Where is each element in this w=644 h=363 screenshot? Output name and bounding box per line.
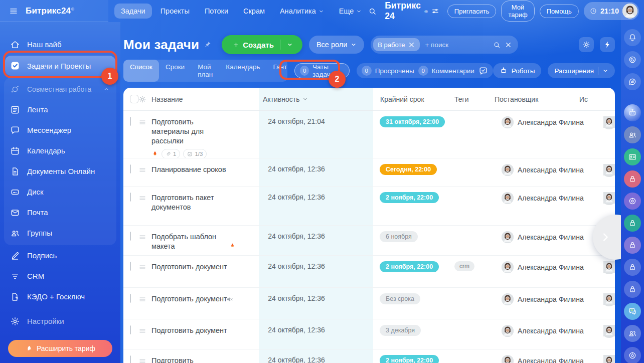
creator-name[interactable]: Александра Филина — [518, 325, 584, 335]
creator-name[interactable]: Александра Филина — [518, 164, 584, 174]
task-title[interactable]: Подготовить документ — [151, 288, 259, 319]
remove-chip-icon[interactable] — [408, 41, 415, 49]
ai-robot-avatar[interactable] — [624, 104, 641, 121]
task-row-0[interactable]: Подготовить материалы для рассылки11/324… — [123, 111, 615, 158]
row-checkbox[interactable] — [130, 262, 131, 271]
column-header-tags[interactable]: Теги — [448, 95, 488, 103]
task-title[interactable]: Подготовить — [151, 349, 259, 363]
task-row-1[interactable]: Планирование сроков24 октября, 12:36Сего… — [123, 158, 615, 186]
nav-item-0[interactable]: Задачи — [114, 4, 152, 19]
deadline-badge[interactable]: 2 ноября, 22:00 — [380, 261, 439, 272]
my-plan-button[interactable]: Мой тариф — [501, 1, 534, 22]
column-header-creator[interactable]: Постановщик — [488, 95, 575, 103]
sidebar-item-crm[interactable]: CRM — [0, 266, 120, 286]
sidebar-item-feed[interactable]: Лента — [4, 99, 116, 120]
task-title[interactable]: Планирование сроков — [151, 158, 259, 186]
deadline-badge[interactable]: 31 октября, 22:00 — [380, 116, 445, 127]
deadline-badge[interactable]: 6 ноября — [380, 231, 418, 242]
column-header-executor[interactable]: Ис — [575, 95, 615, 103]
row-checkbox[interactable] — [130, 117, 131, 126]
creator-name[interactable]: Александра Филина — [518, 261, 584, 271]
creator-name[interactable]: Александра Филина — [518, 192, 584, 202]
menu-icon[interactable] — [9, 7, 18, 16]
deadline-badge[interactable]: 2 ноября, 22:00 — [380, 355, 439, 363]
create-task-button[interactable]: Создать — [222, 35, 302, 54]
tab-мой-план[interactable]: Мой план — [191, 60, 219, 82]
creator-name[interactable]: Александра Филина — [518, 293, 584, 303]
task-title[interactable]: Подготовить документ — [151, 319, 259, 349]
counter-2[interactable]: 0Комментарии — [418, 66, 474, 76]
creator-name[interactable]: Александра Филина — [518, 231, 584, 241]
pin-icon[interactable] — [204, 41, 212, 49]
counter-1[interactable]: 0Просрочены — [362, 66, 414, 76]
help-button[interactable]: Помощь — [540, 5, 579, 18]
drag-handle-icon[interactable] — [138, 233, 146, 241]
sidebar-item-tasks[interactable]: Задачи и Проекты — [5, 56, 115, 76]
lock-icon[interactable] — [624, 237, 641, 254]
sidebar-item-collab[interactable]: Совместная работа — [4, 79, 116, 99]
creator-name[interactable]: Александра Филина — [518, 116, 584, 126]
task-row-2[interactable]: Подготовить пакет документов24 октября, … — [123, 186, 615, 225]
clear-search-icon[interactable] — [505, 41, 512, 49]
tab-гант[interactable]: Гант — [266, 60, 287, 82]
nav-item-5[interactable]: Еще — [333, 4, 369, 19]
task-title[interactable]: Подготовить пакет документов — [151, 187, 259, 225]
disc-icon[interactable] — [624, 193, 641, 210]
deadline-badge[interactable]: 2 ноября, 22:00 — [380, 192, 439, 203]
row-checkbox[interactable] — [130, 193, 131, 202]
task-row-7[interactable]: Подготовить24 октября, 12:362 ноября, 22… — [123, 349, 615, 363]
search-bar[interactable]: В работе — [371, 36, 518, 54]
drag-handle-icon[interactable] — [138, 166, 146, 174]
lock-icon[interactable] — [624, 170, 641, 188]
sidebar-item-groups[interactable]: Группы — [4, 223, 116, 243]
task-tag[interactable]: crm — [454, 261, 474, 271]
task-title[interactable]: Подобрать шаблон макета — [151, 226, 259, 255]
row-checkbox[interactable] — [130, 294, 131, 303]
task-title[interactable]: Подготовить документ — [151, 256, 259, 287]
search-icon[interactable] — [368, 7, 377, 16]
sidebar-item-vibe[interactable]: Наш вайб — [0, 34, 120, 55]
tab-календарь[interactable]: Календарь — [219, 60, 266, 82]
people-icon[interactable] — [624, 126, 641, 143]
tab-список[interactable]: Список — [123, 60, 159, 82]
paperclip-chip[interactable]: 1 — [162, 149, 180, 158]
sidebar-item-sign[interactable]: Подпись — [0, 245, 120, 266]
row-checkbox[interactable] — [130, 325, 131, 334]
sidebar-item-kedo[interactable]: КЭДО + Госключ — [0, 286, 120, 307]
task-title[interactable]: Подготовить материалы для рассылки11/3 — [151, 111, 259, 158]
app-logo[interactable]: Битрикс24◎ — [26, 6, 74, 16]
id-card-icon[interactable] — [624, 148, 641, 165]
drag-handle-icon[interactable] — [138, 295, 146, 303]
task-row-6[interactable]: Подготовить документ24 октября, 12:363 д… — [123, 319, 615, 349]
column-header-deadline[interactable]: Крайний срок — [373, 95, 448, 103]
sidebar-item-mail[interactable]: Почта — [4, 202, 116, 223]
row-checkbox[interactable] — [130, 232, 131, 241]
copilot-icon[interactable] — [624, 51, 641, 68]
sidebar-item-settings[interactable]: Настройки — [0, 311, 120, 331]
grid-gear-icon[interactable] — [138, 95, 146, 103]
task-row-4[interactable]: Подготовить документ24 октября, 12:362 н… — [123, 255, 615, 287]
deadline-badge[interactable]: Без срока — [380, 293, 420, 304]
checklist-chip[interactable]: 1/3 — [183, 149, 207, 158]
deadline-badge[interactable]: 3 декабря — [380, 325, 421, 336]
extensions-button[interactable]: Расширения — [548, 63, 615, 78]
chevron-up-icon[interactable] — [103, 86, 109, 92]
brand-logo[interactable]: Битрикс 24◎ — [385, 1, 439, 22]
sidebar-item-calendar[interactable]: Календарь — [4, 140, 116, 161]
filter-chip-in-progress[interactable]: В работе — [373, 38, 420, 51]
disc-icon[interactable] — [624, 347, 641, 363]
drag-handle-icon[interactable] — [138, 194, 146, 202]
row-checkbox[interactable] — [130, 164, 131, 173]
nav-item-4[interactable]: Аналитика — [273, 4, 331, 19]
sidebar-item-disk[interactable]: Диск — [4, 182, 116, 202]
people-icon[interactable] — [624, 325, 641, 342]
robots-button[interactable]: Роботы — [493, 63, 542, 78]
sidebar-item-messenger[interactable]: Мессенджер — [4, 120, 116, 140]
nav-item-1[interactable]: Проекты — [154, 4, 196, 19]
chat-transfer-icon[interactable] — [624, 73, 641, 90]
lock-icon[interactable] — [624, 259, 641, 276]
drag-handle-icon[interactable] — [138, 357, 146, 363]
drag-handle-icon[interactable] — [138, 118, 146, 126]
grid-settings-button[interactable] — [579, 37, 594, 52]
select-all-checkbox[interactable] — [130, 95, 138, 103]
